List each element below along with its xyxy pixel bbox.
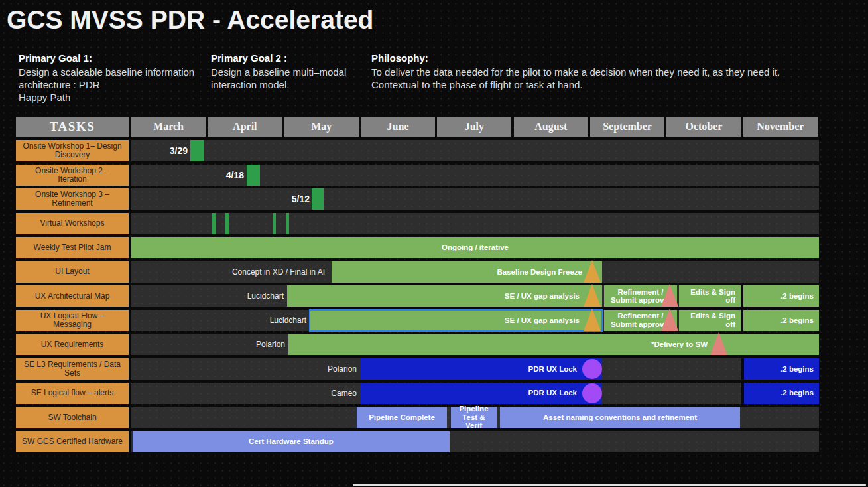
- task-label-text: SW GCS Certified Hardware: [22, 437, 123, 446]
- milestone-triangle-orange[interactable]: [584, 260, 601, 283]
- track-annotation: Cameo: [198, 383, 357, 404]
- month-header-march: March: [131, 117, 206, 137]
- primary-goal-2-body: Design a baseline multi–modal interactio…: [211, 66, 370, 91]
- horizontal-scrollbar[interactable]: [353, 484, 866, 486]
- track-annotation: 5/12: [151, 188, 310, 210]
- bar-label: SE / UX gap analysis: [310, 316, 602, 325]
- gantt-bar[interactable]: Cert Hardware Standup: [133, 431, 450, 452]
- gantt-bar[interactable]: Edits & Sign off: [679, 285, 741, 307]
- row-track: [131, 140, 819, 161]
- task-label[interactable]: Virtual Workshops: [16, 213, 129, 234]
- gantt-bar[interactable]: Ongoing / iterative: [131, 237, 819, 258]
- month-header-april: April: [208, 117, 282, 137]
- primary-goal-1-heading: Primary Goal 1:: [19, 52, 210, 64]
- milestone-triangle-pink[interactable]: [661, 309, 678, 331]
- gantt-bar[interactable]: .2 begins: [743, 310, 819, 331]
- track-annotation: Polarion: [126, 334, 285, 355]
- milestone-triangle-orange[interactable]: [584, 284, 601, 307]
- bar-label: PDR UX Lock: [360, 365, 602, 374]
- task-label[interactable]: UX Logical Flow – Messaging: [16, 310, 129, 331]
- task-label-text: Onsite Workshop 3 – Refinement: [20, 190, 125, 208]
- bar-label: Baseline Design Freeze: [332, 268, 602, 277]
- page-title: GCS MVSS PDR - Accelerated: [7, 5, 373, 35]
- track-annotation: Polarion: [198, 358, 357, 380]
- task-label[interactable]: UX Requirements: [16, 334, 129, 355]
- milestone-block[interactable]: [247, 165, 260, 186]
- month-header-september: September: [590, 117, 664, 137]
- track-annotation: 4/18: [85, 165, 244, 186]
- workshop-tick[interactable]: [286, 213, 289, 234]
- gantt-bar[interactable]: .2 begins: [744, 383, 819, 404]
- milestone-block[interactable]: [190, 140, 204, 161]
- philosophy-heading: Philosophy:: [371, 52, 849, 64]
- gantt-bar[interactable]: PDR UX Lock: [360, 358, 602, 380]
- bar-label: PDR UX Lock: [360, 389, 602, 397]
- bar-label: Cert Hardware Standup: [133, 437, 450, 446]
- milestone-triangle-pink[interactable]: [710, 332, 727, 355]
- milestone-block[interactable]: [312, 188, 324, 210]
- task-label[interactable]: UX Architectural Map: [16, 285, 129, 307]
- primary-goal-1-body: Design a scaleable baseline information …: [19, 66, 210, 104]
- bar-label: Pipeline Complete: [357, 413, 447, 422]
- workshop-tick[interactable]: [225, 213, 229, 234]
- gantt-bar[interactable]: .2 begins: [743, 285, 819, 307]
- gantt-bar[interactable]: *Delivery to SW: [288, 334, 819, 355]
- task-label-text: UX Requirements: [41, 340, 104, 349]
- bar-label: Edits & Sign off: [679, 288, 741, 305]
- gantt-bar[interactable]: SE / UX gap analysis: [287, 285, 602, 307]
- gantt-bar[interactable]: Baseline Design Freeze: [332, 261, 602, 283]
- task-label[interactable]: Weekly Test Pilot Jam: [16, 237, 129, 258]
- gantt-bar[interactable]: SE / UX gap analysis: [310, 310, 602, 331]
- gantt-bar[interactable]: Edits & Sign off: [679, 310, 741, 331]
- month-header-june: June: [361, 117, 435, 137]
- gantt-bar[interactable]: Pipeline Test & Verif: [451, 407, 497, 428]
- bar-label: .2 begins: [743, 316, 819, 325]
- milestone-triangle-pink[interactable]: [661, 284, 678, 307]
- bar-label: .2 begins: [744, 365, 819, 374]
- milestone-circle-purple[interactable]: [582, 383, 602, 403]
- primary-goal-2: Primary Goal 2 : Design a baseline multi…: [211, 52, 370, 91]
- gantt-bar[interactable]: .2 begins: [744, 358, 819, 380]
- bar-label: Pipeline Test & Verif: [451, 405, 497, 430]
- workshop-tick[interactable]: [212, 213, 216, 234]
- task-label[interactable]: UI Layout: [16, 261, 129, 283]
- task-label-text: Weekly Test Pilot Jam: [34, 244, 111, 252]
- bar-label: SE / UX gap analysis: [287, 292, 602, 301]
- tasks-header-cell: TASKS: [16, 117, 129, 137]
- task-label[interactable]: SW GCS Certified Hardware: [16, 431, 129, 452]
- task-label-text: UX Architectural Map: [35, 292, 110, 301]
- track-annotation: 3/29: [29, 140, 188, 161]
- milestone-triangle-orange[interactable]: [584, 309, 601, 331]
- milestone-circle-purple[interactable]: [582, 359, 602, 379]
- month-header-november: November: [743, 117, 818, 137]
- slide-canvas: GCS MVSS PDR - Accelerated Primary Goal …: [0, 0, 868, 487]
- bar-label: .2 begins: [744, 389, 819, 397]
- bar-label: *Delivery to SW: [288, 340, 819, 349]
- bar-label: Asset naming conventions and refinement: [500, 413, 740, 422]
- task-label[interactable]: Onsite Workshop 3 – Refinement: [16, 188, 129, 210]
- gantt-bar[interactable]: PDR UX Lock: [360, 383, 602, 404]
- bar-label: Ongoing / iterative: [131, 244, 819, 252]
- month-header-august: August: [514, 117, 588, 137]
- track-annotation: Lucidchart: [125, 285, 284, 307]
- gantt-bar[interactable]: Refinement / Submit approval: [604, 285, 677, 307]
- task-label-text: UI Layout: [55, 267, 89, 276]
- track-annotation: Concept in XD / Final in AI: [166, 261, 325, 283]
- task-label-text: SW Toolchain: [48, 413, 96, 422]
- month-header-october: October: [666, 117, 741, 137]
- month-header-july: July: [437, 117, 511, 137]
- task-label-text: SE Logical flow – alerts: [31, 389, 114, 397]
- task-label[interactable]: SE L3 Requirements / Data Sets: [16, 358, 129, 380]
- gantt-bar[interactable]: Asset naming conventions and refinement: [500, 407, 740, 428]
- track-annotation: Lucidchart: [147, 310, 306, 331]
- task-label[interactable]: SE Logical flow – alerts: [16, 383, 129, 404]
- bar-label: Edits & Sign off: [679, 312, 741, 328]
- philosophy: Philosophy: To deliver the data needed f…: [371, 52, 849, 91]
- gantt-bar[interactable]: Refinement / Submit approval: [604, 310, 677, 331]
- task-label-text: Virtual Workshops: [40, 219, 105, 228]
- workshop-tick[interactable]: [273, 213, 276, 234]
- philosophy-body: To deliver the data needed for the pilot…: [371, 66, 849, 91]
- task-label[interactable]: SW Toolchain: [16, 407, 129, 428]
- row-track: [131, 213, 819, 234]
- gantt-bar[interactable]: Pipeline Complete: [357, 407, 447, 428]
